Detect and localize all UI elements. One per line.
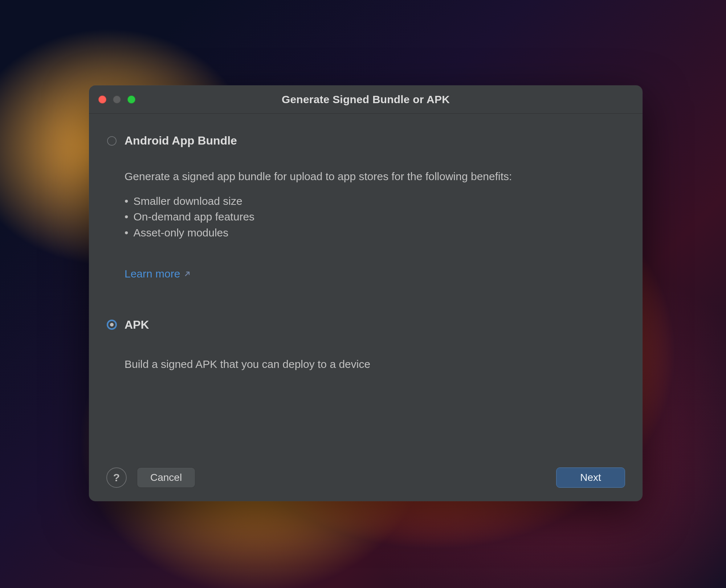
- option-bundle-label: Android App Bundle: [125, 134, 237, 147]
- bundle-benefit-item: Smaller download size: [125, 193, 625, 209]
- minimize-window-button[interactable]: [113, 96, 121, 104]
- cancel-button[interactable]: Cancel: [137, 467, 195, 488]
- option-apk-label: APK: [125, 318, 149, 332]
- zoom-window-button[interactable]: [127, 96, 135, 104]
- bundle-description: Generate a signed app bundle for upload …: [125, 169, 625, 184]
- option-android-app-bundle[interactable]: Android App Bundle: [106, 134, 625, 147]
- close-window-button[interactable]: [98, 96, 106, 104]
- svg-point-0: [107, 137, 116, 145]
- external-link-icon: [184, 270, 191, 277]
- titlebar: Generate Signed Bundle or APK: [89, 85, 643, 114]
- next-button[interactable]: Next: [556, 467, 625, 488]
- bundle-benefit-item: Asset-only modules: [125, 225, 625, 241]
- radio-unselected-icon: [106, 135, 117, 146]
- bundle-benefits-list: Smaller download size On-demand app feat…: [125, 193, 625, 241]
- dialog-button-row: ? Cancel Next: [106, 454, 625, 501]
- dialog-window: Generate Signed Bundle or APK Android Ap…: [89, 85, 643, 501]
- help-button[interactable]: ?: [106, 467, 127, 488]
- option-apk[interactable]: APK: [106, 318, 625, 332]
- learn-more-link[interactable]: Learn more: [125, 266, 191, 282]
- bundle-benefit-item: On-demand app features: [125, 209, 625, 225]
- window-controls: [98, 96, 135, 104]
- svg-point-2: [110, 323, 114, 327]
- bundle-description-block: Generate a signed app bundle for upload …: [125, 169, 625, 282]
- dialog-title: Generate Signed Bundle or APK: [89, 93, 643, 106]
- apk-description: Build a signed APK that you can deploy t…: [125, 356, 625, 372]
- learn-more-label: Learn more: [125, 266, 180, 282]
- desktop-background: Generate Signed Bundle or APK Android Ap…: [0, 0, 726, 588]
- radio-selected-icon: [106, 319, 117, 330]
- dialog-content: Android App Bundle Generate a signed app…: [89, 114, 643, 501]
